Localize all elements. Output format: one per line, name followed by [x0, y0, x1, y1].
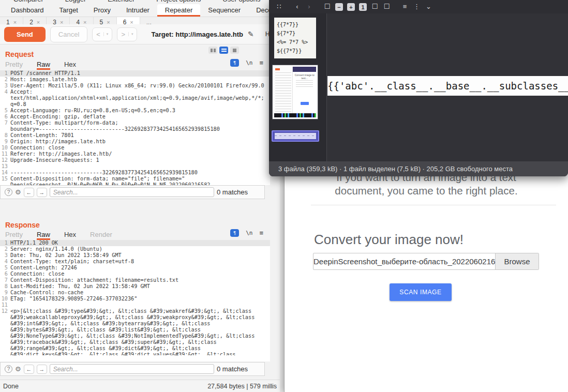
layout-single-button[interactable]: [230, 47, 239, 54]
line-text: POST /scanner HTTP/1.1: [10, 70, 80, 77]
status-done-label: Done: [3, 383, 19, 390]
view-tab[interactable]: Hex: [64, 61, 76, 70]
thumbnails-grid-icon[interactable]: ∷: [275, 3, 283, 11]
line-number: 4: [0, 89, 10, 95]
request-editor[interactable]: 1POST /scanner HTTP/1.12Host: images.lat…: [0, 70, 270, 185]
search-input[interactable]: [50, 187, 214, 197]
newline-toggle-icon[interactable]: \n: [246, 59, 252, 66]
list-view-icon[interactable]: ≡: [401, 3, 409, 11]
code-line: 7Content-Type: multipart/form-data;: [0, 120, 270, 126]
code-line: &#39;traceback&#39;&gt;, &lt;class &#39;…: [0, 339, 270, 345]
line-text: -----------------------------32269283773…: [10, 170, 198, 176]
search-input[interactable]: [50, 364, 214, 374]
view-tab[interactable]: Hex: [64, 231, 76, 240]
displayed-image[interactable]: {{'abc'.__class__.__base__.__subclasses_…: [327, 76, 568, 96]
line-text: Accept-Encoding: gzip, deflate: [10, 114, 106, 120]
next-image-icon[interactable]: ›: [305, 3, 313, 11]
fold-panel-icon[interactable]: ⌄: [425, 3, 432, 11]
burp-main-tab[interactable]: Target: [52, 4, 86, 17]
scan-image-button[interactable]: SCAN IMAGE: [390, 283, 452, 301]
line-number: [0, 327, 10, 333]
code-line: &#39;weakcallableproxy&#39;&gt;, &lt;cla…: [0, 314, 270, 321]
line-text: &#39;dict_keys&#39;&gt;, &lt;class &#39;…: [10, 352, 235, 355]
line-number: [0, 345, 10, 352]
file-upload-input[interactable]: DeepinScreenshot_выберите-область_202206…: [313, 253, 539, 270]
burp-main-tab[interactable]: Dashboard: [3, 4, 52, 17]
search-prev-button[interactable]: ←: [24, 365, 34, 374]
layout-rows-button[interactable]: [219, 47, 228, 54]
view-tab[interactable]: Pretty: [5, 61, 23, 70]
code-line: &#39;int&#39;&gt;, &lt;class &#39;bytear…: [0, 321, 270, 327]
line-number: [0, 314, 10, 321]
menu-kebab-icon[interactable]: ⋮: [413, 3, 421, 11]
cancel-button[interactable]: Cancel: [50, 26, 87, 42]
thumb-text-lines: [296, 80, 313, 87]
zoom-out-icon[interactable]: −: [335, 3, 343, 11]
next-request-button[interactable]: >▾: [117, 27, 137, 41]
selected-image-thumbnail[interactable]: [272, 130, 319, 142]
editor-menu-icon[interactable]: ≡: [259, 59, 263, 67]
line-number: 15: [0, 176, 10, 182]
line-number: [0, 352, 10, 355]
response-editor[interactable]: 1HTTP/1.1 200 OK2Server: nginx/1.14.0 (U…: [0, 240, 270, 361]
line-text: text/html,application/xhtml+xml,applicat…: [10, 95, 264, 101]
view-tab[interactable]: Raw: [37, 61, 50, 70]
code-line: 2Server: nginx/1.14.0 (Ubuntu): [0, 246, 270, 252]
help-icon[interactable]: ?: [5, 188, 12, 196]
thumbnail-text-line: ${7*7}: [277, 29, 316, 38]
line-number: 1: [0, 70, 10, 77]
newline-toggle-icon[interactable]: \n: [246, 230, 252, 236]
zoom-in-icon[interactable]: +: [347, 3, 355, 11]
line-number: 7: [0, 277, 10, 283]
browse-button[interactable]: Browse: [495, 253, 539, 269]
text-payload-thumbnail[interactable]: {{7*7}}${7*7}<%= 7*7 %>${{7*7}}: [274, 18, 316, 58]
thumb-burp-pane: [274, 67, 293, 113]
word-wrap-icon[interactable]: ¶: [230, 229, 239, 237]
edit-target-icon[interactable]: ✎: [248, 30, 254, 38]
code-line: 11: [0, 302, 270, 308]
view-tab[interactable]: Render: [90, 231, 112, 240]
burp-main-tab[interactable]: Repeater: [157, 4, 200, 17]
line-text: HTTP/1.1 200 OK: [10, 240, 58, 246]
gear-icon[interactable]: ⚙: [15, 188, 21, 196]
code-line: 7Content-Disposition: attachment; filena…: [0, 277, 270, 283]
line-text: &#39;bytes&#39;&gt;, &lt;class &#39;list…: [10, 327, 201, 333]
line-text: Last-Modified: Thu, 02 Jun 2022 13:58:49…: [10, 283, 150, 290]
code-line: 15Content-Disposition: form-data; name="…: [0, 176, 270, 182]
fit-width-icon[interactable]: ☐: [371, 3, 379, 11]
convert-heading: Convert your image now!: [314, 232, 464, 248]
search-next-button[interactable]: →: [37, 365, 47, 374]
screenshot-thumbnail[interactable]: Convert image to text...: [273, 65, 318, 119]
line-text: Content-Disposition: form-data; name="fi…: [10, 176, 185, 182]
line-number: 6: [0, 271, 10, 277]
chevron-down-icon[interactable]: ▾: [128, 32, 133, 36]
chevron-down-icon[interactable]: ▾: [103, 32, 109, 36]
layout-columns-button[interactable]: [208, 47, 217, 54]
burp-main-tab[interactable]: Intruder: [118, 4, 157, 17]
line-text: Upgrade-Insecure-Requests: 1: [10, 157, 99, 163]
gear-icon[interactable]: ⚙: [15, 365, 21, 373]
code-line: 1POST /scanner HTTP/1.1: [0, 70, 270, 77]
view-tab[interactable]: Pretty: [5, 231, 23, 240]
burp-main-tab[interactable]: Sequencer: [200, 4, 248, 17]
fit-window-icon[interactable]: ☐: [323, 3, 331, 11]
line-text: boundary=---------------------------3226…: [10, 126, 220, 132]
fullscreen-icon[interactable]: ☐: [383, 3, 391, 11]
burp-main-tab[interactable]: Proxy: [86, 4, 118, 17]
prev-image-icon[interactable]: ‹: [293, 3, 301, 11]
word-wrap-icon[interactable]: ¶: [230, 59, 239, 67]
view-tab[interactable]: Raw: [37, 231, 50, 240]
code-line: &#39;range&#39;&gt;, &lt;class &#39;dict…: [0, 345, 270, 352]
help-icon[interactable]: ?: [5, 365, 12, 373]
thumb-header-band: [293, 67, 316, 72]
editor-menu-icon[interactable]: ≡: [259, 229, 263, 237]
line-number: 12: [0, 308, 10, 314]
code-line: &#39;dict_keys&#39;&gt;, &lt;class &#39;…: [0, 352, 270, 355]
search-next-button[interactable]: →: [37, 188, 47, 197]
prev-request-button[interactable]: <▾: [92, 27, 112, 41]
response-view-tabs: PrettyRawHexRender: [5, 231, 112, 240]
search-prev-button[interactable]: ←: [24, 188, 34, 197]
send-button[interactable]: Send: [4, 27, 46, 42]
code-line: text/html,application/xhtml+xml,applicat…: [0, 95, 270, 101]
zoom-original-icon[interactable]: 1: [359, 3, 367, 11]
